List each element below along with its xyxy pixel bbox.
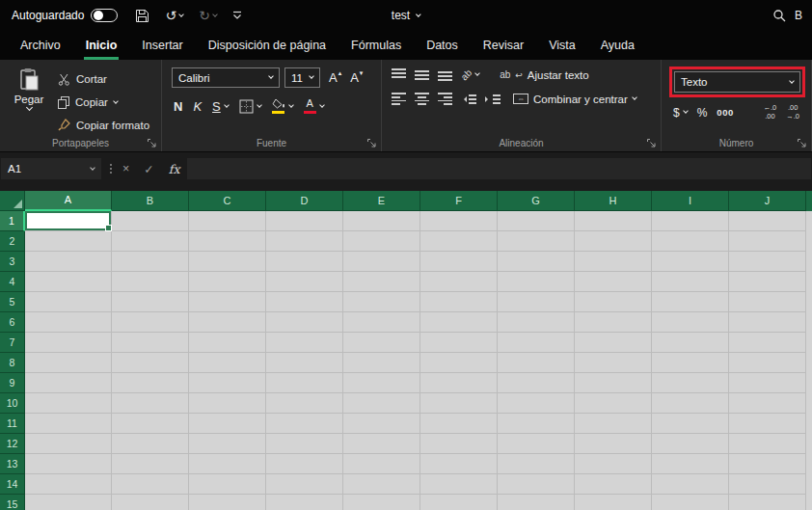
- cell-C2[interactable]: [189, 231, 266, 252]
- cell-I11[interactable]: [652, 414, 729, 434]
- column-header-F[interactable]: F: [420, 191, 498, 211]
- row-header-4[interactable]: 4: [0, 272, 25, 292]
- increase-indent-button[interactable]: [485, 94, 501, 104]
- cell-A4[interactable]: [25, 272, 112, 292]
- cell-D12[interactable]: [266, 434, 343, 454]
- cell-A6[interactable]: [25, 312, 112, 333]
- font-size-combo[interactable]: 11: [284, 67, 320, 88]
- cell-E13[interactable]: [343, 454, 420, 474]
- cell-H2[interactable]: [575, 231, 652, 252]
- cell-G10[interactable]: [498, 393, 575, 414]
- cell-F5[interactable]: [420, 292, 498, 312]
- cell-F7[interactable]: [420, 333, 498, 353]
- cell-D9[interactable]: [266, 373, 343, 393]
- cell-A10[interactable]: [25, 393, 112, 414]
- row-header-9[interactable]: 9: [0, 373, 25, 393]
- cell-G13[interactable]: [498, 454, 575, 474]
- cell-J11[interactable]: [729, 414, 806, 434]
- cell-J3[interactable]: [729, 252, 806, 272]
- cell-G7[interactable]: [498, 333, 575, 353]
- cell-I14[interactable]: [652, 474, 729, 495]
- cell-I3[interactable]: [652, 252, 729, 272]
- cell-H7[interactable]: [575, 333, 652, 353]
- save-button[interactable]: [135, 9, 149, 23]
- row-header-3[interactable]: 3: [0, 252, 25, 272]
- tab-datos[interactable]: Datos: [414, 31, 471, 60]
- column-header-A[interactable]: A: [25, 191, 112, 211]
- cell-I2[interactable]: [652, 231, 729, 252]
- row-header-5[interactable]: 5: [0, 292, 25, 312]
- column-header-B[interactable]: B: [112, 191, 189, 211]
- cell-E11[interactable]: [343, 414, 420, 434]
- cell-I9[interactable]: [652, 373, 729, 393]
- tab-insertar[interactable]: Insertar: [129, 31, 195, 60]
- merge-center-chevron-icon[interactable]: [632, 94, 637, 100]
- increase-decimal-button[interactable]: ←.0 .00: [763, 104, 776, 121]
- cell-E5[interactable]: [343, 292, 420, 312]
- cell-H5[interactable]: [575, 292, 652, 312]
- autosave-control[interactable]: Autoguardado: [0, 9, 118, 22]
- cell-F11[interactable]: [420, 414, 498, 434]
- cell-F14[interactable]: [420, 474, 498, 495]
- cell-G14[interactable]: [498, 474, 575, 495]
- cell-G8[interactable]: [498, 353, 575, 373]
- autosave-toggle[interactable]: [91, 9, 118, 22]
- alignment-dialog-launcher[interactable]: [647, 139, 656, 148]
- cell-D10[interactable]: [266, 393, 343, 414]
- cell-F15[interactable]: [420, 495, 498, 510]
- font-color-chevron-icon[interactable]: [319, 102, 325, 108]
- row-header-11[interactable]: 11: [0, 414, 25, 434]
- align-middle-button[interactable]: [415, 68, 429, 81]
- cell-G6[interactable]: [498, 312, 575, 333]
- cell-B10[interactable]: [112, 393, 189, 414]
- cell-B13[interactable]: [112, 454, 189, 474]
- row-header-13[interactable]: 13: [0, 454, 25, 474]
- cell-G3[interactable]: [498, 252, 575, 272]
- cell-B1[interactable]: [112, 211, 189, 231]
- cell-B15[interactable]: [112, 495, 189, 510]
- column-header-G[interactable]: G: [498, 191, 575, 211]
- cell-F3[interactable]: [420, 252, 498, 272]
- cell-D2[interactable]: [266, 231, 343, 252]
- orientation-button[interactable]: ab: [461, 69, 479, 80]
- cell-I5[interactable]: [652, 292, 729, 312]
- row-header-7[interactable]: 7: [0, 333, 25, 353]
- decrease-font-size-button[interactable]: A▾: [350, 70, 363, 85]
- cell-J9[interactable]: [729, 373, 806, 393]
- cell-I15[interactable]: [652, 495, 729, 510]
- cell-B3[interactable]: [112, 252, 189, 272]
- cell-J6[interactable]: [729, 312, 806, 333]
- enter-button[interactable]: ✓: [144, 162, 153, 176]
- cell-B9[interactable]: [112, 373, 189, 393]
- column-header-I[interactable]: I: [652, 191, 729, 211]
- cell-A12[interactable]: [25, 434, 112, 454]
- cell-J15[interactable]: [729, 495, 806, 510]
- undo-button[interactable]: ↺: [165, 9, 183, 22]
- cell-C4[interactable]: [189, 272, 266, 292]
- redo-button[interactable]: ↻: [199, 9, 217, 22]
- cell-F8[interactable]: [420, 353, 498, 373]
- cell-G15[interactable]: [498, 495, 575, 510]
- cell-E7[interactable]: [343, 333, 420, 353]
- cell-B7[interactable]: [112, 333, 189, 353]
- italic-button[interactable]: K: [193, 99, 202, 114]
- cell-H13[interactable]: [575, 454, 652, 474]
- cell-G9[interactable]: [498, 373, 575, 393]
- cell-C10[interactable]: [189, 393, 266, 414]
- cell-G11[interactable]: [498, 414, 575, 434]
- cell-H10[interactable]: [575, 393, 652, 414]
- cell-D14[interactable]: [266, 474, 343, 495]
- insert-function-button[interactable]: fx: [169, 162, 180, 176]
- cell-E9[interactable]: [343, 373, 420, 393]
- cell-A9[interactable]: [25, 373, 112, 393]
- cell-F10[interactable]: [420, 393, 498, 414]
- row-header-10[interactable]: 10: [0, 393, 25, 414]
- fill-color-chevron-icon[interactable]: [288, 102, 294, 108]
- cell-D4[interactable]: [266, 272, 343, 292]
- cell-F2[interactable]: [420, 231, 498, 252]
- cell-A2[interactable]: [25, 231, 112, 252]
- cell-I6[interactable]: [652, 312, 729, 333]
- name-box[interactable]: A1: [1, 158, 101, 179]
- select-all-corner[interactable]: [0, 191, 25, 211]
- cell-A7[interactable]: [25, 333, 112, 353]
